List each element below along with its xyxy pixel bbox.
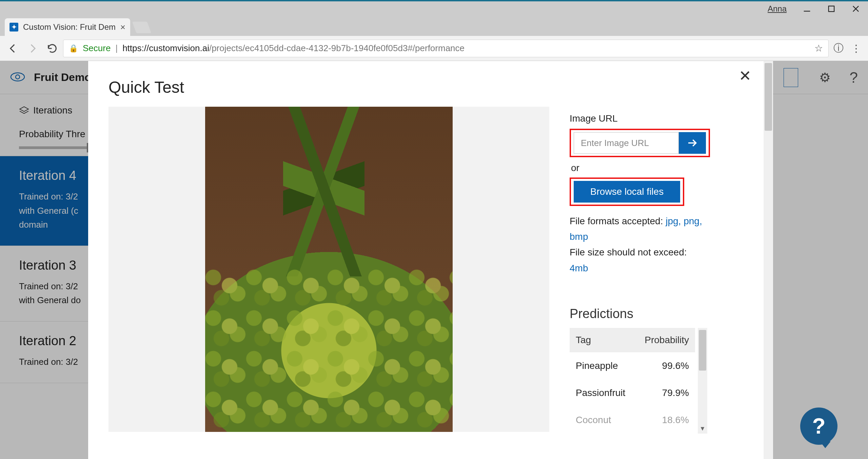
secure-label: Secure bbox=[83, 43, 111, 54]
tab-close-icon[interactable]: × bbox=[120, 22, 125, 33]
prediction-row: Pineapple 99.6% bbox=[570, 352, 695, 379]
predictions-scrollbar[interactable]: ▼ bbox=[698, 328, 707, 434]
submit-url-button[interactable] bbox=[679, 132, 706, 154]
browser-menu-icon[interactable]: ⋮ bbox=[848, 41, 864, 56]
modal-scrollbar[interactable] bbox=[764, 61, 773, 459]
size-limit: 4mb bbox=[570, 263, 588, 273]
predictions-heading: Predictions bbox=[570, 307, 756, 321]
window-minimize-button[interactable] bbox=[795, 1, 819, 16]
window-maximize-button[interactable] bbox=[819, 1, 844, 16]
svg-rect-1 bbox=[829, 6, 834, 12]
modal-title: Quick Test bbox=[108, 78, 553, 97]
predictions-table: ▼ Tag Probability Pineapple 99.6% Passio… bbox=[570, 328, 695, 434]
window-user: Anna bbox=[768, 4, 787, 14]
prediction-tag: Coconut bbox=[576, 415, 611, 425]
prediction-row: Coconut 18.6% bbox=[570, 406, 695, 434]
image-url-label: Image URL bbox=[570, 113, 756, 124]
prediction-prob: 18.6% bbox=[662, 415, 689, 425]
prediction-row: Passionfruit 79.9% bbox=[570, 379, 695, 406]
close-icon[interactable]: ✕ bbox=[739, 67, 751, 84]
question-mark-icon: ? bbox=[812, 414, 825, 439]
browser-tab[interactable]: ✦ Custom Vision: Fruit Dem × bbox=[5, 18, 130, 36]
formats-prefix: File formats accepted: bbox=[570, 216, 666, 226]
highlight-annotation: Browse local files bbox=[570, 178, 684, 206]
size-prefix: File size should not exceed: bbox=[570, 247, 687, 257]
col-probability: Probability bbox=[645, 335, 689, 346]
pineapple-image bbox=[205, 107, 453, 432]
nav-forward-button[interactable] bbox=[24, 40, 41, 57]
nav-back-button[interactable] bbox=[4, 40, 22, 57]
page-info-icon[interactable]: ⓘ bbox=[831, 41, 846, 56]
prediction-tag: Passionfruit bbox=[576, 388, 625, 398]
nav-reload-button[interactable] bbox=[43, 40, 61, 57]
bookmark-star-icon[interactable]: ☆ bbox=[814, 43, 823, 54]
url-text: https://customvision.ai/projects/ec4105d… bbox=[122, 43, 465, 54]
prediction-tag: Pineapple bbox=[576, 360, 618, 371]
quick-test-modal: Quick Test ✕ Image URL Enter Image URL o… bbox=[88, 61, 773, 459]
new-tab-button[interactable] bbox=[132, 22, 151, 33]
arrow-right-icon bbox=[687, 138, 698, 148]
test-image-preview bbox=[108, 107, 549, 432]
tab-favicon-icon: ✦ bbox=[9, 23, 18, 32]
browse-local-files-button[interactable]: Browse local files bbox=[574, 181, 680, 203]
or-label: or bbox=[571, 163, 756, 173]
prediction-prob: 99.6% bbox=[662, 360, 689, 371]
col-tag: Tag bbox=[576, 335, 591, 346]
highlight-annotation: Enter Image URL bbox=[570, 129, 710, 157]
floating-help-button[interactable]: ? bbox=[800, 408, 837, 445]
image-url-input[interactable]: Enter Image URL bbox=[574, 132, 679, 154]
lock-icon: 🔒 bbox=[69, 44, 78, 53]
window-close-button[interactable] bbox=[844, 1, 868, 16]
tab-title: Custom Vision: Fruit Dem bbox=[23, 22, 116, 32]
prediction-prob: 79.9% bbox=[662, 388, 689, 398]
address-bar[interactable]: 🔒 Secure | https://customvision.ai/proje… bbox=[63, 40, 829, 57]
